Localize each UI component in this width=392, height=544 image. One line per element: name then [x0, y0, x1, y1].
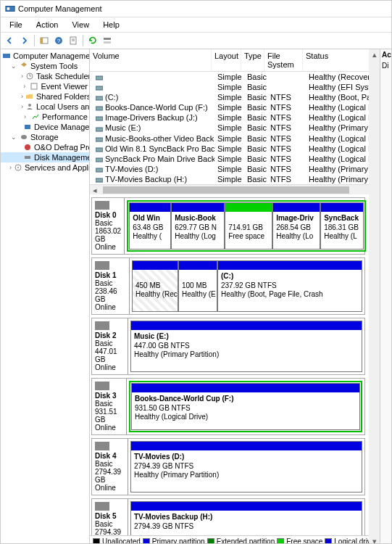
- svg-rect-31: [96, 158, 103, 162]
- tree-performance[interactable]: ›Performance: [1, 112, 89, 122]
- col-layout[interactable]: Layout: [212, 49, 241, 71]
- disk-row[interactable]: Disk 5Basic2794.39 GBOnlineTV-Movies Bac…: [91, 498, 365, 535]
- tree-storage[interactable]: ⌄Storage: [1, 132, 89, 142]
- disk-row[interactable]: Disk 1Basic238.46 GBOnline450 MBHealthy …: [91, 257, 365, 315]
- volume-row[interactable]: Books-Dance-World Cup (F:)SimpleBasicNTF…: [90, 102, 380, 112]
- svg-rect-32: [96, 168, 103, 172]
- volume-list: SimpleBasicHealthy (Recovery PartitioSim…: [90, 72, 380, 184]
- app-icon: [5, 4, 15, 14]
- legend-free-icon: [277, 538, 284, 545]
- volume-row[interactable]: (C:)SimpleBasicNTFSHealthy (Boot, Page F…: [90, 92, 380, 102]
- vertical-scrollbar[interactable]: ▴ ▾: [369, 194, 380, 535]
- scrollbar-thumb[interactable]: [103, 186, 349, 194]
- titlebar: Computer Management: [1, 1, 391, 17]
- menu-action[interactable]: Action: [30, 19, 64, 30]
- svg-rect-33: [96, 178, 103, 182]
- col-volume[interactable]: Volume: [90, 49, 212, 71]
- volume-list-header: Volume Layout Type File System Status: [90, 49, 380, 72]
- disk-icon: [95, 502, 109, 511]
- show-hide-icon[interactable]: [38, 34, 51, 47]
- action-item[interactable]: Di: [380, 60, 391, 71]
- svg-rect-15: [31, 83, 37, 89]
- tree-event-viewer[interactable]: ›Event Viewer: [1, 81, 89, 91]
- window-title: Computer Management: [18, 4, 102, 13]
- disk-graphic-pane: ▴ ▾ Disk 0Basic1863.02 GBOnlineOld Win63…: [90, 194, 380, 535]
- col-type[interactable]: Type: [241, 49, 264, 71]
- partition[interactable]: Music (E:)447.00 GB NTFSHealthy (Primary…: [130, 321, 362, 372]
- volume-row[interactable]: TV-Movies (D:)SimpleBasicNTFSHealthy (Pr…: [90, 164, 380, 174]
- menu-view[interactable]: View: [66, 19, 95, 30]
- tree-disk-management[interactable]: Disk Management: [1, 152, 89, 162]
- refresh-icon[interactable]: [86, 34, 99, 47]
- disk-header[interactable]: Disk 2Basic447.01 GBOnline: [92, 318, 128, 374]
- tree-oo-defrag[interactable]: O&O Defrag Profess: [1, 142, 89, 152]
- disk-header[interactable]: Disk 3Basic931.51 GBOnline: [92, 379, 127, 434]
- volume-row[interactable]: SimpleBasicHealthy (Recovery Partitio: [90, 72, 380, 82]
- action-header: Ac: [380, 49, 391, 60]
- scroll-left-icon[interactable]: ◂: [90, 185, 100, 195]
- partition[interactable]: TV-Movies Backup (H:)2794.39 GB NTFS: [130, 501, 362, 535]
- menu-file[interactable]: File: [4, 19, 28, 30]
- svg-text:?: ?: [57, 38, 61, 44]
- svg-rect-24: [96, 86, 103, 90]
- volume-row[interactable]: Music (E:)SimpleBasicNTFSHealthy (Primar…: [90, 123, 380, 133]
- volume-row[interactable]: TV-Movies Backup (H:)SimpleBasicNTFSHeal…: [90, 174, 380, 184]
- svg-rect-27: [96, 117, 103, 120]
- tree-system-tools[interactable]: ⌄System Tools: [1, 61, 89, 71]
- tree-pane: Computer Management (L ⌄System Tools ›Ta…: [1, 49, 90, 544]
- disk-header[interactable]: Disk 4Basic2794.39 GBOnline: [92, 439, 128, 495]
- action-list-icon[interactable]: [101, 34, 114, 47]
- volume-row[interactable]: SyncBack Pro Main Drive Backup (G:)Simpl…: [90, 154, 380, 164]
- partition[interactable]: 100 MBHealthy (E: [178, 260, 217, 312]
- disk-icon: [95, 261, 109, 270]
- partition[interactable]: SyncBack186.31 GBHealthy (L: [320, 202, 364, 250]
- legend: Unallocated Primary partition Extended p…: [90, 535, 380, 544]
- volume-row[interactable]: Image-Drivers Backup (J:)SimpleBasicNTFS…: [90, 112, 380, 123]
- disk-header[interactable]: Disk 5Basic2794.39 GBOnline: [92, 499, 128, 535]
- partition[interactable]: Old Win63.48 GBHealthy (: [129, 202, 171, 250]
- partition[interactable]: 714.91 GBFree space: [225, 202, 272, 250]
- volume-row[interactable]: Old Win 8.1 SyncBack Pro Backup (L:)Simp…: [90, 144, 380, 154]
- volume-row[interactable]: Music-Books-other Video Backup (I:)Simpl…: [90, 133, 380, 144]
- disk-header[interactable]: Disk 1Basic238.46 GBOnline: [92, 258, 130, 314]
- tree-device-manager[interactable]: Device Manager: [1, 122, 89, 132]
- legend-unallocated-icon: [93, 538, 100, 545]
- tree-task-scheduler[interactable]: ›Task Scheduler: [1, 71, 89, 81]
- svg-rect-30: [96, 148, 103, 152]
- col-filesystem[interactable]: File System: [264, 49, 303, 71]
- horizontal-scrollbar[interactable]: ◂ ▸: [90, 184, 380, 194]
- partition[interactable]: Image-Driv268.54 GBHealthy (Lo: [272, 202, 320, 250]
- tree-local-users[interactable]: ›Local Users and Gro: [1, 102, 89, 112]
- svg-point-19: [25, 144, 30, 150]
- volume-row[interactable]: SimpleBasicHealthy (EFI System Partit: [90, 82, 380, 92]
- back-icon[interactable]: [4, 34, 17, 47]
- legend-primary-icon: [143, 538, 150, 545]
- forward-icon[interactable]: [18, 34, 31, 47]
- disk-row[interactable]: Disk 0Basic1863.02 GBOnlineOld Win63.48 …: [91, 197, 365, 255]
- legend-logical-icon: [325, 538, 332, 545]
- help-icon[interactable]: ?: [52, 34, 65, 47]
- partition[interactable]: TV-Movies (D:)2794.39 GB NTFSHealthy (Pr…: [130, 441, 362, 493]
- tree-services[interactable]: ›Services and Application: [1, 162, 89, 173]
- disk-row[interactable]: Disk 3Basic931.51 GBOnlineBooks-Dance-Wo…: [91, 378, 365, 435]
- partition[interactable]: Music-Book629.77 GB NHealthy (Log: [171, 202, 225, 250]
- svg-rect-23: [96, 76, 103, 80]
- disk-row[interactable]: Disk 4Basic2794.39 GBOnlineTV-Movies (D:…: [91, 438, 365, 495]
- tree-shared-folders[interactable]: ›Shared Folders: [1, 91, 89, 102]
- partition[interactable]: 450 MBHealthy (Reco: [132, 260, 178, 312]
- menubar: File Action View Help: [1, 17, 391, 33]
- svg-rect-11: [3, 54, 10, 58]
- legend-extended: Extended partition: [217, 537, 275, 544]
- svg-point-22: [17, 167, 19, 168]
- menu-help[interactable]: Help: [97, 19, 125, 30]
- partition[interactable]: (C:)237.92 GB NTFSHealthy (Boot, Page Fi…: [217, 260, 362, 312]
- content-pane: Volume Layout Type File System Status Si…: [90, 49, 380, 544]
- disk-header[interactable]: Disk 0Basic1863.02 GBOnline: [92, 198, 125, 254]
- tree-root[interactable]: Computer Management (L: [1, 51, 89, 61]
- disk-row[interactable]: Disk 2Basic447.01 GBOnlineMusic (E:)447.…: [91, 318, 365, 375]
- partition[interactable]: Books-Dance-World Cup (F:)931.50 GB NTFS…: [131, 383, 360, 430]
- legend-primary: Primary partition: [152, 537, 205, 544]
- properties-icon[interactable]: [67, 34, 80, 47]
- svg-point-18: [21, 135, 27, 139]
- svg-rect-26: [96, 107, 103, 110]
